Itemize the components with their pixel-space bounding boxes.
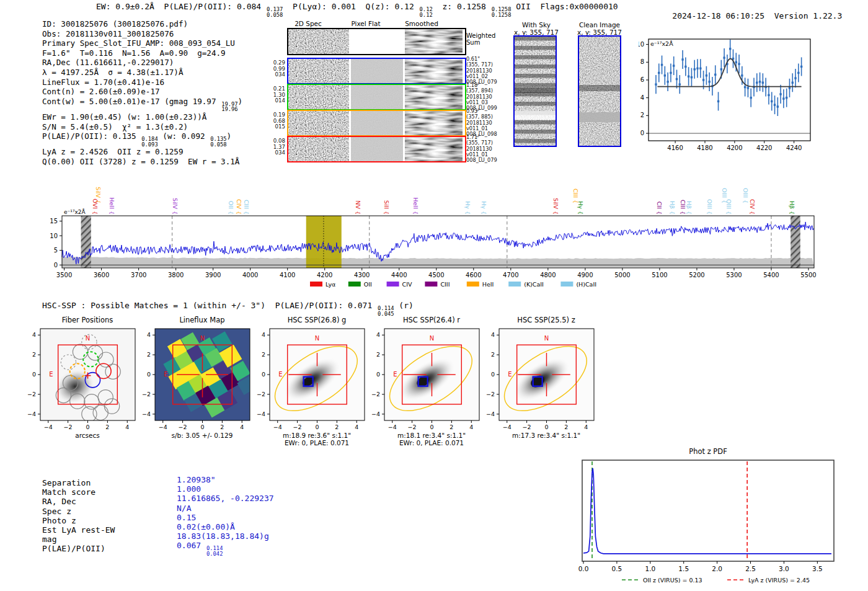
info-line-5-text: λ = 4197.25Å σ = 4.38(±1.17)Å <box>42 68 183 77</box>
svg-text:4400: 4400 <box>391 272 407 278</box>
info-line-3: F=1.6" T=0.116 N=1.56 A=0.90 g=24.9 <box>42 48 242 58</box>
spectral-line-label: CIV { <box>749 199 756 215</box>
2d-fine-image <box>288 85 349 109</box>
photz-legend-item: LyA z (VIRUS) = 2.45 <box>727 577 810 584</box>
panel-caption: m:18.1 re:3.4" s:1.1" <box>397 432 466 439</box>
match-label: P(LAE)/P(OII) <box>42 544 177 559</box>
summary-stat-text: EW: 0.9±0.2Å P(LAE)/P(OII): 0.084 <box>96 2 266 11</box>
svg-text:1.0: 1.0 <box>645 565 655 572</box>
phot-z-pdf-chart: Phot z PDF0.00.51.01.52.02.53.03.5OII z … <box>575 444 848 591</box>
2d-fine-image <box>288 111 349 135</box>
sky-image-panels: With Sky x, y: 355, 717 Clean Image x, y… <box>496 19 645 164</box>
twod-spec-panel: 2D Spec Pixel Flat Smoothed Weighted Sum… <box>260 19 505 164</box>
version-label: Version 1.22.3 <box>774 11 843 20</box>
info-line-0: ID: 3001825076 (3001825076.pdf) <box>42 19 242 29</box>
clean-image-title: Clean Image x, y: 355, 717 <box>565 22 634 36</box>
svg-text:4800: 4800 <box>540 272 556 278</box>
svg-text:4300: 4300 <box>354 272 370 278</box>
svg-text:5100: 5100 <box>652 272 667 278</box>
panel-hsc-ssp-26-8-g: HSC SSP(26.8) g−4−4−2−2002244NEm:18.9 re… <box>248 315 366 448</box>
fiber-row-weights-0: 0.290.99034 <box>262 60 285 78</box>
hsc-line-text: HSC-SSP : Possible Matches = 1 (within +… <box>42 301 377 310</box>
svg-text:3600: 3600 <box>94 272 109 278</box>
2d-smooth-image <box>405 85 463 109</box>
svg-text:2: 2 <box>376 351 380 358</box>
info-line-7-text: Cont(n) = 2.60(±0.09)e-17 <box>42 87 160 96</box>
panel-hsc-ssp-26-4-r: HSC SSP(26.4) r−4−4−2−2002244NEm:18.1 re… <box>363 315 480 448</box>
svg-text:5200: 5200 <box>689 272 704 278</box>
summary-stat-hilo: 0.120.12 <box>419 7 433 17</box>
compass-east: E <box>49 371 53 378</box>
svg-text:2: 2 <box>335 424 339 430</box>
svg-text:2.5: 2.5 <box>745 565 756 572</box>
panel-caption: m:17.3 re:3.4" s:1.1" <box>512 432 580 439</box>
spectral-line-label: HeII { <box>108 197 115 215</box>
info-line-11-text: P(LAE)/P(OII): 0.135 <box>42 131 141 141</box>
spectrum-line <box>62 222 813 264</box>
2d-flat-image <box>351 111 403 135</box>
svg-text:HeII: HeII <box>482 281 494 288</box>
error-band <box>62 257 814 268</box>
svg-text:4: 4 <box>640 94 644 101</box>
match-label: Spec z <box>42 507 177 516</box>
svg-text:0: 0 <box>147 371 151 378</box>
info-line-2-text: Primary Spec_Slot_IFU_AMP: 008_093_054_L… <box>42 38 235 48</box>
svg-text:4: 4 <box>147 331 151 338</box>
svg-text:0: 0 <box>200 424 204 430</box>
svg-text:3.5: 3.5 <box>812 565 823 572</box>
summary-stats-line: EW: 0.9±0.2Å P(LAE)/P(OII): 0.084 0.1370… <box>96 2 618 17</box>
compass-north: N <box>544 335 549 342</box>
svg-text:8: 8 <box>640 58 644 65</box>
panel-title: HSC SSP(26.8) g <box>288 316 347 324</box>
match-value-1-text: 1.000 <box>177 484 201 494</box>
sky-absorption-band <box>81 216 91 268</box>
info-line-4: RA,Dec (11.616611,-0.229017) <box>42 58 242 68</box>
svg-text:OII z (VIRUS) = 0.13: OII z (VIRUS) = 0.13 <box>643 577 702 584</box>
svg-text:−4: −4 <box>371 411 380 417</box>
svg-text:4200: 4200 <box>727 144 742 151</box>
clean-image-noise <box>579 37 620 146</box>
svg-text:5500: 5500 <box>800 272 816 278</box>
2d-flat-image <box>351 137 403 161</box>
match-row-7: P(LAE)/P(OII)0.067 0.1140.042 <box>42 544 274 559</box>
panel-title: HSC SSP(26.4) r <box>403 316 460 324</box>
match-row-4: Photo z0.15 <box>42 516 274 525</box>
panel-caption: EWr: 0, PLAE: 0.071 <box>285 439 349 447</box>
info-line-2: Primary Spec_Slot_IFU_AMP: 008_093_054_L… <box>42 38 242 48</box>
svg-text:−4: −4 <box>142 411 151 417</box>
2d-flat-image <box>351 59 403 83</box>
match-value: 1.000 <box>177 484 201 494</box>
photz-title: Phot z PDF <box>689 447 727 456</box>
svg-text:(H)CaII: (H)CaII <box>576 281 596 288</box>
svg-text:5300: 5300 <box>726 272 742 278</box>
svg-text:5000: 5000 <box>614 272 630 278</box>
spectrum-units-annotation: e⁻¹⁷x2Å <box>64 208 86 215</box>
svg-text:4700: 4700 <box>503 272 518 278</box>
svg-text:−2: −2 <box>523 424 531 430</box>
svg-text:−2: −2 <box>64 424 73 430</box>
twod-col-title-spec: 2D Spec <box>280 20 336 27</box>
svg-text:0: 0 <box>262 371 265 378</box>
svg-text:1.5: 1.5 <box>678 565 689 572</box>
info-line-11: P(LAE)/P(OII): 0.135 0.1840.093 (w: 0.09… <box>42 131 242 147</box>
svg-text:4: 4 <box>584 424 588 430</box>
svg-text:−4: −4 <box>44 424 53 430</box>
summary-stat-text: P(Lyα): 0.001 Q(z): 0.12 <box>283 2 418 11</box>
panel-caption: m:18.9 re:3.6" s:1.1" <box>283 432 351 439</box>
legend-item-CIV: CIV <box>387 281 412 288</box>
svg-text:OII: OII <box>364 281 372 288</box>
svg-text:0: 0 <box>544 424 548 430</box>
summary-stat-hilo: 0.1370.058 <box>266 7 283 17</box>
svg-text:CIII: CIII <box>440 281 450 288</box>
svg-text:0.0: 0.0 <box>578 565 589 572</box>
twod-col-title-flat: Pixel Flat <box>338 20 394 27</box>
2d-white-image <box>351 29 403 54</box>
panel-hsc-ssp-25-5-z: HSC SSP(25.5) z−4−4−2−2002244NEm:17.3 re… <box>477 315 595 448</box>
panel-caption: EWr: 0, PLAE: 0.071 <box>399 439 464 447</box>
hsc-line-text: (r) <box>394 301 414 310</box>
spectral-line-label: CIV { <box>236 199 242 215</box>
compass-north: N <box>200 335 205 342</box>
svg-text:3700: 3700 <box>131 272 146 278</box>
svg-text:4000: 4000 <box>242 272 258 278</box>
svg-text:−2: −2 <box>371 391 380 398</box>
